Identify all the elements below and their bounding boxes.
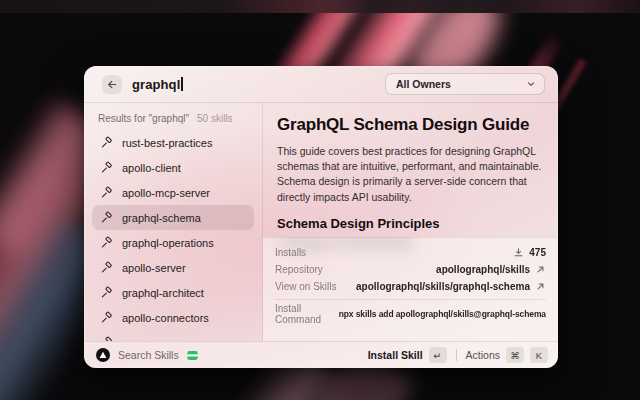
arrow-left-icon bbox=[107, 79, 118, 90]
metadata-value: apollographql/skills bbox=[436, 264, 546, 275]
external-link-icon bbox=[535, 264, 546, 275]
gavel-icon bbox=[100, 261, 113, 274]
metadata-row[interactable]: Repositoryapollographql/skills bbox=[275, 261, 546, 278]
detail-content: GraphQL Schema Design Guide This guide c… bbox=[263, 103, 558, 250]
metadata-label: Install Command bbox=[275, 303, 339, 325]
metadata-value-text: npx skills add apollographql/skills@grap… bbox=[339, 309, 546, 319]
metadata-label: Installs bbox=[275, 247, 306, 258]
install-skill-button[interactable]: Install Skill bbox=[368, 349, 423, 361]
results-pane: Results for "graphql" 50 skills rust-bes… bbox=[84, 103, 262, 341]
text-cursor bbox=[181, 77, 183, 91]
skill-list-item[interactable]: apollo-server bbox=[92, 255, 254, 280]
skills-logo-icon bbox=[186, 349, 199, 362]
metadata-value: apollographql/skills/graphql-schema bbox=[356, 281, 546, 292]
skill-list-item[interactable]: apollo-mcp-server bbox=[92, 180, 254, 205]
skill-name: graphql-schema bbox=[122, 212, 201, 224]
metadata-rows: Installs475Repositoryapollographql/skill… bbox=[275, 244, 546, 323]
metadata-row: Install Commandnpx skills add apollograp… bbox=[275, 304, 546, 323]
enter-key[interactable]: ↵ bbox=[429, 347, 447, 363]
metadata-value-text: apollographql/skills bbox=[436, 264, 530, 275]
chevron-down-icon bbox=[526, 79, 536, 89]
skill-list-item[interactable]: apollo-client bbox=[92, 155, 254, 180]
results-count: 50 skills bbox=[197, 113, 233, 124]
results-header: Results for "graphql" 50 skills bbox=[92, 111, 254, 130]
cmd-key[interactable]: ⌘ bbox=[506, 347, 524, 363]
metadata-value-text: apollographql/skills/graphql-schema bbox=[356, 281, 530, 292]
skill-list-item[interactable]: graphql-architect bbox=[92, 280, 254, 305]
metadata-row: Installs475 bbox=[275, 244, 546, 261]
gavel-icon bbox=[100, 186, 113, 199]
skill-name: graphql-architect bbox=[122, 287, 204, 299]
metadata-label: Repository bbox=[275, 264, 323, 275]
metadata-value: npx skills add apollographql/skills@grap… bbox=[339, 309, 546, 319]
search-header: graphql All Owners bbox=[84, 66, 558, 103]
results-header-label: Results for "graphql" bbox=[98, 113, 189, 124]
skill-name: apollo-server bbox=[122, 262, 186, 274]
gavel-icon bbox=[100, 161, 113, 174]
detail-pane: GraphQL Schema Design Guide This guide c… bbox=[263, 103, 558, 341]
gavel-icon bbox=[100, 311, 113, 324]
wallpaper-top-band bbox=[0, 0, 640, 13]
metadata-panel: Installs475Repositoryapollographql/skill… bbox=[263, 237, 558, 341]
search-input[interactable]: graphql bbox=[132, 77, 385, 92]
actions-menu-button[interactable]: Actions bbox=[466, 349, 500, 361]
footer-actions: Install Skill ↵ Actions ⌘ K bbox=[368, 347, 548, 363]
metadata-divider bbox=[275, 299, 546, 300]
detail-description: This guide covers best practices for des… bbox=[277, 144, 544, 205]
search-query-text: graphql bbox=[132, 77, 180, 92]
owner-filter-value: All Owners bbox=[396, 78, 451, 90]
window-content: Results for "graphql" 50 skills rust-bes… bbox=[84, 103, 558, 341]
skill-list-item[interactable]: graphql-operations bbox=[92, 230, 254, 255]
gavel-icon bbox=[100, 286, 113, 299]
skill-list-item[interactable]: apollo-connectors bbox=[92, 305, 254, 330]
skill-list-item[interactable]: graphql-schema bbox=[92, 205, 254, 230]
skill-list-item[interactable]: rover bbox=[92, 330, 254, 341]
status-bar: Search Skills Install Skill ↵ Actions ⌘ … bbox=[84, 341, 558, 368]
detail-title: GraphQL Schema Design Guide bbox=[277, 115, 544, 135]
detail-section-heading: Schema Design Principles bbox=[277, 211, 544, 231]
skill-name: graphql-operations bbox=[122, 237, 214, 249]
k-key[interactable]: K bbox=[530, 347, 548, 363]
metadata-label: View on Skills bbox=[275, 281, 337, 292]
skill-list-item[interactable]: rust-best-practices bbox=[92, 130, 254, 155]
gavel-icon bbox=[100, 236, 113, 249]
app-logo-icon bbox=[96, 348, 110, 362]
owner-filter-dropdown[interactable]: All Owners bbox=[385, 73, 545, 95]
skills-search-window: graphql All Owners Results for "graphql"… bbox=[84, 66, 558, 368]
gavel-icon bbox=[100, 136, 113, 149]
external-link-icon bbox=[535, 281, 546, 292]
back-button[interactable] bbox=[102, 75, 122, 94]
gavel-icon bbox=[100, 211, 113, 224]
metadata-value-text: 475 bbox=[529, 247, 546, 258]
metadata-row[interactable]: View on Skillsapollographql/skills/graph… bbox=[275, 278, 546, 295]
results-list: rust-best-practicesapollo-clientapollo-m… bbox=[92, 130, 254, 341]
footer-context-label: Search Skills bbox=[118, 349, 179, 361]
skill-name: apollo-connectors bbox=[122, 312, 209, 324]
skill-name: apollo-mcp-server bbox=[122, 187, 210, 199]
footer-divider bbox=[456, 349, 457, 361]
skill-name: apollo-client bbox=[122, 162, 181, 174]
metadata-value: 475 bbox=[513, 247, 546, 258]
download-icon bbox=[513, 247, 524, 258]
skill-name: rust-best-practices bbox=[122, 137, 212, 149]
